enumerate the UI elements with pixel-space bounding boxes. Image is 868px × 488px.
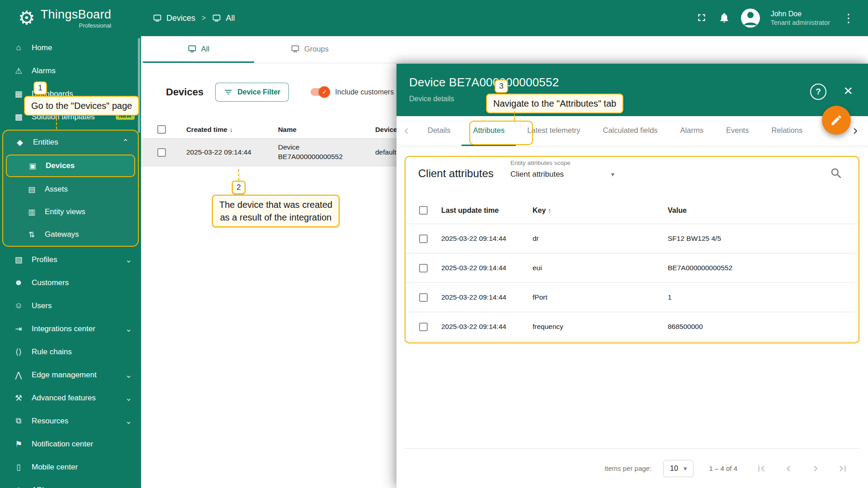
sort-desc-icon: ↓ [230, 126, 233, 133]
chevron-up-icon: ⌃ [122, 137, 129, 147]
cell-key: frequency [533, 323, 668, 331]
cell-key: fPort [533, 293, 668, 301]
row-checkbox[interactable] [419, 293, 428, 302]
fullscreen-button[interactable] [696, 12, 708, 25]
attribute-row[interactable]: 2025-03-22 09:14:44 eui BE7A000000000552 [405, 253, 859, 283]
tab-events[interactable]: Events [715, 116, 760, 146]
next-page-button[interactable] [810, 463, 821, 474]
panel-subtitle: Device details [409, 95, 868, 103]
row-checkbox[interactable] [419, 235, 428, 243]
sidebar-item-mobile-center[interactable]: ▯ Mobile center [0, 455, 141, 479]
column-value[interactable]: Value [668, 206, 859, 215]
column-last-update-time[interactable]: Last update time [441, 206, 533, 215]
sidebar-item-home[interactable]: ⌂ Home [0, 36, 141, 59]
help-button[interactable]: ? [810, 84, 826, 100]
cell-value: 868500000 [668, 323, 859, 331]
devices-icon [188, 44, 197, 53]
annotation-step-3-text: Navigate to the "Attributes" tab [486, 94, 623, 113]
chevron-down-icon: ⌄ [125, 370, 132, 380]
attributes-scope-select[interactable]: Client attributes ▾ [510, 170, 614, 179]
tab-alarms[interactable]: Alarms [669, 116, 715, 146]
sidebar-item-gateways[interactable]: ⇅ Gateways [3, 223, 138, 246]
breadcrumb-devices[interactable]: Devices [153, 14, 195, 23]
sidebar-item-rule-chains[interactable]: ⟨⟩ Rule chains [0, 340, 141, 363]
sidebar-item-profiles[interactable]: ▧ Profiles ⌄ [0, 248, 141, 271]
annotation-connector-line [56, 114, 57, 129]
column-created-time[interactable]: Created time [186, 126, 227, 133]
sidebar-item-api-usage[interactable]: ◎ API usage [0, 479, 141, 488]
search-button[interactable] [830, 167, 843, 182]
row-checkbox[interactable] [157, 148, 166, 157]
attributes-table: Last update time Key↑ Value 2025-03-22 0… [405, 197, 859, 342]
items-per-page-select[interactable]: 10 ▾ [663, 460, 693, 477]
devices-icon [212, 14, 221, 23]
include-customers-toggle[interactable]: ✓ [311, 88, 329, 96]
sidebar-item-integrations-center[interactable]: ⇥ Integrations center ⌄ [0, 317, 141, 340]
column-name[interactable]: Name [278, 126, 375, 133]
notifications-button[interactable] [718, 12, 730, 25]
attribute-row[interactable]: 2025-03-22 09:14:44 dr SF12 BW125 4/5 [405, 224, 859, 253]
assets-icon: ▤ [25, 185, 38, 194]
chevron-down-icon: ⌄ [125, 324, 132, 334]
cell-time: 2025-03-22 09:14:44 [441, 323, 533, 331]
edit-fab-button[interactable] [822, 106, 851, 135]
tab-all[interactable]: All [143, 36, 254, 63]
annotation-connector-line [514, 111, 515, 121]
sidebar-item-devices[interactable]: ▣ Devices [6, 155, 135, 177]
first-page-button[interactable] [755, 463, 767, 474]
sidebar-item-resources[interactable]: ⧉ Resources ⌄ [0, 409, 141, 432]
sidebar-item-entity-views[interactable]: ▥ Entity views [3, 201, 138, 223]
help-icon: ? [816, 87, 821, 97]
previous-page-button[interactable] [783, 463, 794, 474]
avatar[interactable] [741, 9, 760, 28]
attribute-row[interactable]: 2025-03-22 09:14:44 frequency 868500000 [405, 312, 859, 342]
sidebar-item-notification-center[interactable]: ⚑ Notification center [0, 432, 141, 455]
sidebar-item-customers[interactable]: ☻ Customers [0, 271, 141, 294]
api-usage-icon: ◎ [12, 485, 25, 488]
chevron-down-icon: ⌄ [125, 255, 132, 265]
annotation-step-1-badge: 1 [33, 81, 47, 95]
integrations-icon: ⇥ [12, 324, 25, 334]
tab-groups[interactable]: Groups [254, 36, 365, 63]
tab-attributes[interactable]: Attributes [462, 116, 516, 146]
devices-icon: ▣ [26, 161, 39, 171]
sidebar-item-assets[interactable]: ▤ Assets [3, 178, 138, 201]
thingsboard-logo[interactable]: ⚙ ThingsBoard Professional [18, 8, 111, 29]
chevron-left-icon [401, 125, 412, 137]
fullscreen-icon [696, 12, 708, 25]
bell-icon [718, 12, 730, 25]
breadcrumb-all[interactable]: All [212, 14, 235, 23]
attribute-row[interactable]: 2025-03-22 09:14:44 fPort 1 [405, 283, 859, 312]
sidebar-item-entities[interactable]: ◆ Entities ⌃ [3, 131, 138, 154]
tabs-scroll-left-button[interactable] [396, 116, 416, 146]
sidebar-item-advanced-features[interactable]: ⚒ Advanced features ⌄ [0, 386, 141, 409]
tab-relations[interactable]: Relations [760, 116, 814, 146]
chevron-down-icon: ⌄ [125, 393, 132, 403]
row-checkbox[interactable] [419, 323, 428, 331]
chevron-right-icon [810, 463, 821, 474]
items-per-page-label: Items per page: [604, 465, 651, 472]
sidebar-scrollbar[interactable] [138, 38, 140, 133]
sidebar-item-edge-management[interactable]: ⋀ Edge management ⌄ [0, 363, 141, 386]
chevron-right-icon [849, 125, 861, 137]
column-key[interactable]: Key [533, 206, 546, 214]
user-info[interactable]: John Doe Tenant administrator [771, 9, 830, 27]
brand-subtitle: Professional [79, 22, 112, 29]
select-all-checkbox[interactable] [419, 206, 428, 215]
last-page-button[interactable] [837, 463, 849, 474]
chevron-left-icon [783, 463, 794, 474]
top-bar: ⚙ ThingsBoard Professional Devices > All [0, 0, 868, 36]
tab-latest-telemetry[interactable]: Latest telemetry [516, 116, 591, 146]
sidebar-item-users[interactable]: ☺ Users [0, 294, 141, 317]
device-filter-button[interactable]: Device Filter [215, 83, 289, 102]
panel-tabs: Details Attributes Latest telemetry Calc… [396, 116, 868, 146]
select-all-checkbox[interactable] [157, 125, 166, 134]
cell-value: 1 [668, 293, 859, 301]
more-menu-icon[interactable]: ⋮ [841, 11, 856, 25]
sidebar-item-alarms[interactable]: ⚠ Alarms [0, 59, 141, 82]
breadcrumb-separator: > [202, 14, 206, 22]
tab-calculated-fields[interactable]: Calculated fields [592, 116, 669, 146]
close-button[interactable]: × [844, 83, 853, 98]
row-checkbox[interactable] [419, 264, 428, 272]
tab-details[interactable]: Details [416, 116, 462, 146]
